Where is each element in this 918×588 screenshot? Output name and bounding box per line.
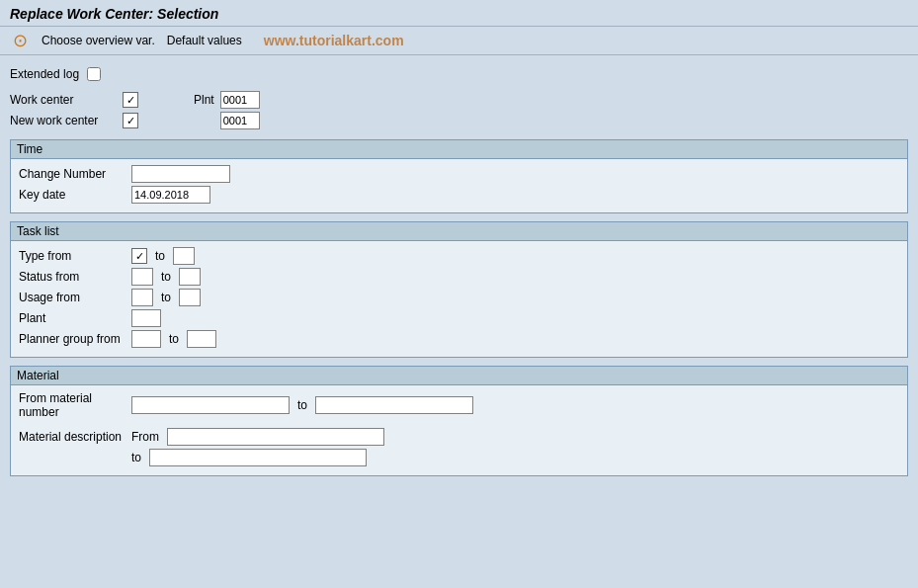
change-number-row: Change Number [19,165,899,183]
material-section-body: From material number to Material descrip… [11,385,907,475]
choose-overview-var-link[interactable]: Choose overview var. [42,34,155,47]
usage-from-input[interactable] [131,289,153,306]
watermark: www.tutorialkart.com [264,33,404,48]
type-from-label: Type from [19,249,127,263]
planner-group-to-input[interactable] [187,330,216,348]
toolbar-icon[interactable]: ⊙ [10,31,30,50]
change-number-label: Change Number [19,167,127,181]
planner-group-row: Planner group from to [19,330,899,348]
status-from-row: Status from to [19,268,899,286]
material-description-to-input[interactable] [149,449,367,466]
extended-log-row: Extended log [10,67,908,81]
type-from-row: Type from ✓ to [19,247,899,265]
type-from-to-input[interactable] [173,247,195,265]
material-number-to-input[interactable] [315,396,473,414]
material-description-label: Material description [19,430,127,444]
usage-from-to-input[interactable] [179,289,201,306]
work-center-row: Work center ✓ Plnt [10,91,908,109]
work-center-section: Work center ✓ Plnt New work center ✓ Pln… [10,91,908,129]
usage-from-label: Usage from [19,291,127,304]
toolbar: ⊙ Choose overview var. Default values ww… [0,27,918,55]
planner-group-from-input[interactable] [131,330,161,348]
task-list-section-body: Type from ✓ to Status from to Usage from… [11,241,907,357]
new-pint-value-input[interactable] [220,112,260,129]
pint-value-input[interactable] [220,91,260,109]
material-section-header: Material [11,367,907,385]
extended-log-checkbox[interactable] [87,67,101,81]
plant-label: Plant [19,311,127,325]
new-work-center-label: New work center [10,114,119,127]
change-number-input[interactable] [131,165,230,183]
planner-group-label: Planner group from [19,332,127,346]
plant-input[interactable] [131,309,161,327]
usage-from-row: Usage from to [19,289,899,306]
usage-from-to-label: to [161,291,171,304]
type-from-checkbox[interactable]: ✓ [131,248,147,264]
material-description-from-label: From [131,430,159,444]
from-material-number-row: From material number to [19,391,899,419]
material-number-to-label: to [297,398,307,412]
work-center-label: Work center [10,93,119,107]
task-list-section-header: Task list [11,222,907,241]
default-values-link[interactable]: Default values [167,34,242,47]
type-from-to-label: to [155,249,165,263]
pint-label: Plnt [194,93,214,107]
from-material-number-input[interactable] [131,396,290,414]
status-from-to-input[interactable] [179,268,201,286]
key-date-label: Key date [19,188,127,202]
status-from-to-label: to [161,270,171,284]
key-date-input[interactable] [131,186,210,204]
title-bar: Replace Work Center: Selection [0,0,918,27]
time-section-header: Time [11,140,907,159]
material-section: Material From material number to Materia… [10,366,908,476]
key-date-row: Key date [19,186,899,204]
new-work-center-checkbox[interactable]: ✓ [123,113,138,128]
page-title: Replace Work Center: Selection [10,6,218,22]
time-section: Time Change Number Key date [10,139,908,213]
task-list-section: Task list Type from ✓ to Status from to … [10,221,908,358]
material-description-from-input[interactable] [167,428,384,446]
material-description-to-row: to [19,449,899,466]
status-from-label: Status from [19,270,127,284]
from-material-number-label: From material number [19,391,127,419]
plant-row: Plant [19,309,899,327]
material-description-to-label: to [131,451,141,464]
material-description-from-row: Material description From [19,428,899,446]
work-center-checkbox[interactable]: ✓ [123,92,138,108]
planner-group-to-label: to [169,332,179,346]
main-content: Extended log Work center ✓ Plnt New work… [0,55,918,492]
extended-log-label: Extended log [10,67,79,81]
time-section-body: Change Number Key date [11,159,907,212]
new-work-center-row: New work center ✓ Plnt [10,112,908,129]
status-from-input[interactable] [131,268,153,286]
